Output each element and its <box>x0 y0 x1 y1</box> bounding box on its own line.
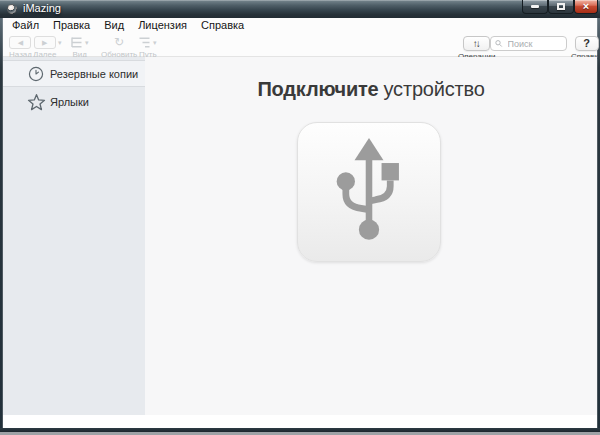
chevron-down-icon: ▾ <box>153 39 157 46</box>
page-title: Подключитеустройство <box>145 78 597 101</box>
question-mark-icon: ? <box>583 38 590 49</box>
menu-item-file[interactable]: Файл <box>5 18 46 33</box>
minimize-button[interactable] <box>522 0 548 14</box>
page-title-bold: Подключите <box>257 78 378 100</box>
refresh-icon: ↻ <box>114 36 124 49</box>
page-title-regular: устройство <box>384 78 485 100</box>
search-icon <box>495 39 503 48</box>
clock-icon <box>25 66 47 82</box>
chevron-down-icon: ▾ <box>58 39 62 46</box>
refresh-button[interactable]: ↻ Обновить <box>101 36 137 59</box>
menu-item-view[interactable]: Вид <box>97 18 131 33</box>
menu-item-edit[interactable]: Правка <box>46 18 97 33</box>
path-list-icon <box>139 37 151 48</box>
maximize-icon <box>557 3 565 10</box>
search-field[interactable] <box>490 36 567 51</box>
sidebar: Резервные копии Ярлыки <box>3 57 145 415</box>
window-controls: × <box>522 0 598 14</box>
main-content: Подключитеустройство <box>145 57 597 415</box>
path-button[interactable]: ▾ Путь <box>139 36 157 59</box>
menu-item-license[interactable]: Лицензия <box>131 18 194 33</box>
forward-button[interactable]: ▶ Далее <box>33 36 56 59</box>
close-icon: × <box>583 1 589 12</box>
minimize-icon <box>531 5 539 8</box>
operations-arrows-icon: ↑↓ <box>473 39 481 49</box>
usb-connector-icon <box>319 136 419 248</box>
menu-item-help[interactable]: Справка <box>194 18 251 33</box>
sidebar-item-label: Резервные копии <box>50 68 138 80</box>
sidebar-item-backups[interactable]: Резервные копии <box>3 60 145 87</box>
view-mode-button[interactable]: ▾ Вид <box>71 36 89 59</box>
imazing-app-icon <box>7 4 17 14</box>
usb-device-card <box>297 122 441 262</box>
close-button[interactable]: × <box>574 0 598 14</box>
titlebar[interactable]: iMazing × <box>0 0 600 18</box>
chevron-down-icon: ▾ <box>85 39 89 46</box>
status-bar <box>3 415 597 428</box>
toolbar: ◀ Назад ▶ Далее ▾ ▾ Вид ↻ Обновить <box>3 33 597 57</box>
history-dropdown[interactable]: ▾ <box>58 39 62 46</box>
menubar: Файл Правка Вид Лицензия Справка <box>3 18 597 33</box>
back-button[interactable]: ◀ Назад <box>9 36 32 59</box>
sidebar-item-shortcuts[interactable]: Ярлыки <box>3 88 145 116</box>
maximize-button[interactable] <box>548 0 574 14</box>
search-input[interactable] <box>506 38 563 50</box>
list-view-icon <box>71 37 83 48</box>
imazing-window: iMazing × Файл Правка Вид Лицензия Справ… <box>0 0 600 435</box>
window-title: iMazing <box>23 2 61 14</box>
star-icon <box>25 93 47 112</box>
back-icon: ◀ <box>18 39 23 46</box>
sidebar-item-label: Ярлыки <box>50 96 89 108</box>
forward-icon: ▶ <box>42 39 47 46</box>
